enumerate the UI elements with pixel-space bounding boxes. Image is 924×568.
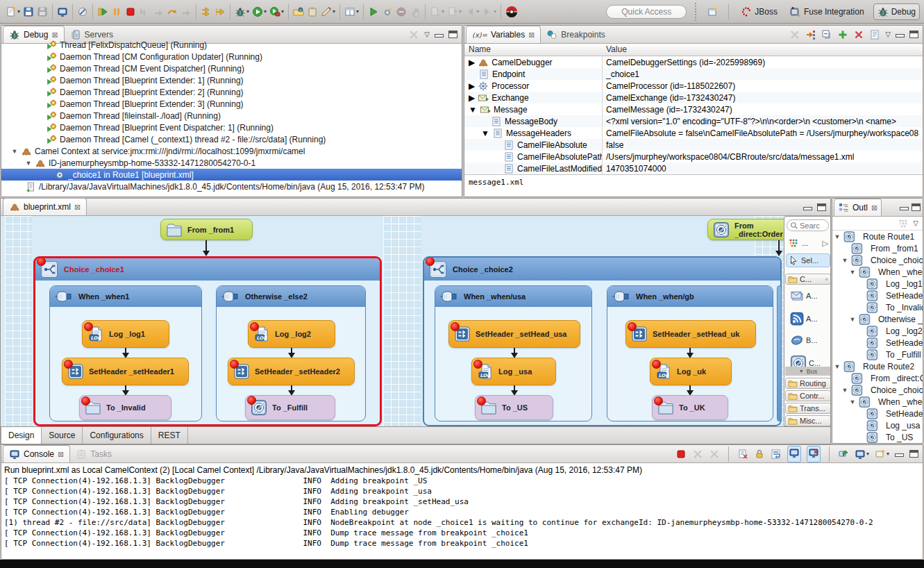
filter-icon[interactable] — [898, 218, 909, 229]
outline-tree-item[interactable]: ▼When _when1 — [832, 266, 923, 278]
when-when-usa-header[interactable]: When _when/usa — [435, 286, 591, 307]
scroll-lock-icon[interactable] — [754, 449, 765, 460]
outline-tree-item[interactable]: SetHeader _setHeader2 — [832, 337, 923, 349]
column-value[interactable]: Value — [602, 44, 631, 56]
suspend-button[interactable] — [110, 5, 124, 19]
tab-blueprint-xml[interactable]: blueprint.xml⊠ — [3, 198, 87, 215]
add-variable-icon[interactable] — [837, 29, 848, 40]
outline-tree-item[interactable]: ▼Otherwise _else2 — [832, 313, 923, 325]
resume-button[interactable] — [96, 5, 110, 19]
expander-icon[interactable]: ▼ — [849, 316, 856, 323]
minimize-icon[interactable] — [896, 34, 905, 37]
choice-choice2-header[interactable]: Choice _choice2 — [424, 258, 780, 281]
outline-tree-item[interactable]: To _Fulfill — [832, 349, 923, 360]
show-console-stderr-icon[interactable] — [808, 447, 819, 458]
next-edit-location-button[interactable]: ▾ — [446, 5, 463, 19]
outline-tree-item[interactable]: ▼When _when/usa — [832, 396, 923, 408]
minimize-icon[interactable] — [803, 207, 812, 210]
maximize-icon[interactable] — [909, 450, 918, 458]
debug-launch-button[interactable]: ▾ — [233, 5, 251, 19]
palette-drawer-routing[interactable]: Routing — [785, 378, 831, 389]
run-external-tools-button[interactable]: ▾ — [268, 5, 285, 19]
pin-console-icon[interactable] — [838, 449, 849, 460]
when-when-gb-header[interactable]: When _when/gb — [607, 286, 773, 307]
outline-tree-item[interactable]: ▼Route Route2 — [832, 360, 923, 372]
step-return-button[interactable] — [165, 5, 179, 19]
disconnect-button[interactable] — [137, 5, 151, 19]
close-icon[interactable]: ⊠ — [51, 31, 58, 40]
terminate-icon[interactable] — [675, 449, 687, 460]
outline-tree-item[interactable]: From _from1 — [832, 242, 923, 254]
show-console-stdout-icon[interactable] — [789, 447, 800, 458]
debug-tree-item-camel-context[interactable]: ▼Camel Context at service:jmx:rmi:///jnd… — [1, 145, 462, 157]
quick-access-button[interactable]: Quick Access — [606, 5, 687, 19]
collapse-icon[interactable]: « — [825, 276, 828, 283]
tab-design[interactable]: Design — [1, 427, 42, 444]
palette-drawer-miscellaneous[interactable]: Misc... — [785, 415, 831, 426]
expander-icon[interactable]: ▶ — [469, 58, 475, 67]
new-button[interactable]: ▾ — [4, 5, 22, 19]
outline-tree-item[interactable]: From _direct:Order — [832, 372, 923, 384]
outline-tree-item[interactable]: ▼Choice _choice1 — [832, 254, 923, 266]
minimize-icon[interactable] — [435, 34, 444, 37]
console-output[interactable]: Run blueprint.xml as Local CamelContext … — [1, 463, 923, 559]
outline-tree-item[interactable]: To _Invalid — [832, 301, 923, 313]
show-type-names-icon[interactable] — [789, 29, 800, 40]
route-diagram-canvas[interactable]: From _from1 Choice _choice1 When _when1 … — [0, 216, 831, 426]
use-step-filters-button[interactable] — [199, 5, 213, 19]
tab-rest[interactable]: REST — [151, 427, 188, 444]
to-uk-node[interactable]: To _UK — [652, 395, 728, 420]
debug-tree-item[interactable]: Daemon Thread [fileinstall-./load] (Runn… — [1, 110, 462, 122]
palette-search[interactable] — [787, 219, 829, 231]
open-console-button[interactable] — [56, 5, 69, 19]
remove-icon[interactable] — [853, 29, 864, 40]
skip-all-breakpoints-button[interactable] — [76, 5, 90, 19]
expander-icon[interactable]: ▶ — [469, 93, 475, 103]
back-button[interactable]: ▾ — [463, 5, 480, 19]
from-from1-node[interactable]: From _from1 — [160, 219, 253, 240]
variable-row[interactable]: ▶ExchangeCamelExchange (id=-1732430247) — [464, 92, 923, 103]
variable-row[interactable]: ▼MessageHeadersCamelFileAbsolute = false… — [464, 127, 923, 139]
remove-all-launches-icon[interactable] — [709, 449, 720, 460]
view-menu-icon[interactable]: ▽ — [885, 31, 891, 38]
outline-tree-item[interactable]: SetHeader _setHeader1 — [832, 290, 923, 301]
expander-icon[interactable]: ▼ — [11, 148, 18, 155]
perspective-jboss[interactable]: JBoss — [737, 4, 781, 19]
tab-variables[interactable]: (x)=Variables⊠ — [466, 26, 541, 43]
perspective-debug[interactable]: Debug — [873, 3, 920, 20]
expander-icon[interactable]: ▼ — [849, 269, 856, 276]
debug-tree-item-route-id[interactable]: ▼ID-janemurpheysmbp-home-53332-147128005… — [1, 157, 462, 169]
outline-tree-item[interactable]: Log _log1 — [832, 278, 923, 290]
close-icon[interactable]: ⊠ — [528, 31, 535, 40]
expander-icon[interactable]: ▶ — [469, 81, 475, 91]
open-element-button[interactable] — [292, 5, 305, 19]
debug-tree-item-jvm[interactable]: /Library/Java/JavaVirtualMachines/jdk1.8… — [1, 181, 462, 192]
log-uk-node[interactable]: LOG Log _uk — [650, 358, 732, 385]
variable-row[interactable]: Endpoint_choice1 — [464, 68, 923, 80]
otherwise-else2-header[interactable]: Otherwise _else2 — [217, 286, 365, 307]
maximize-icon[interactable] — [817, 203, 826, 211]
choice-choice1-header[interactable]: Choice _choice1 — [35, 258, 380, 281]
setheader-sethead-uk-node[interactable]: SetHeader _setHead_uk — [625, 320, 756, 348]
open-perspective-button[interactable] — [706, 5, 720, 19]
debug-tree-item[interactable]: Thread [FelixDispatchQueue] (Running) — [1, 39, 462, 51]
debug-tree-item[interactable]: Daemon Thread [Blueprint Event Dispatche… — [1, 122, 462, 133]
debug-tree-item[interactable]: Daemon Thread [Blueprint Extender: 3] (R… — [1, 98, 462, 110]
expander-icon[interactable]: ▼ — [841, 257, 848, 264]
save-all-button[interactable] — [35, 5, 49, 19]
close-icon[interactable]: ⊠ — [74, 203, 81, 212]
open-console-icon[interactable] — [875, 449, 886, 460]
when-when1-header[interactable]: When _when1 — [50, 286, 201, 307]
expander-icon[interactable]: ▼ — [469, 105, 477, 115]
palette-item[interactable]: A... — [790, 312, 830, 326]
setheader-setheader1-node[interactable]: SetHeader _setHeader1 — [62, 358, 189, 385]
remove-all-terminated-icon[interactable] — [408, 29, 419, 40]
close-icon[interactable]: ⊠ — [58, 450, 64, 459]
column-divider[interactable] — [602, 56, 603, 174]
palette-drawer-transformation[interactable]: Trans... — [785, 403, 831, 414]
variable-row[interactable]: CamelFileLastModified1470351074000 — [464, 162, 923, 174]
palette-item[interactable]: B... — [790, 334, 830, 346]
outline-tree-item[interactable]: ▼Choice _choice2 — [832, 384, 923, 396]
close-icon[interactable]: ⊠ — [871, 203, 877, 212]
to-us-node[interactable]: To _US — [475, 395, 553, 420]
